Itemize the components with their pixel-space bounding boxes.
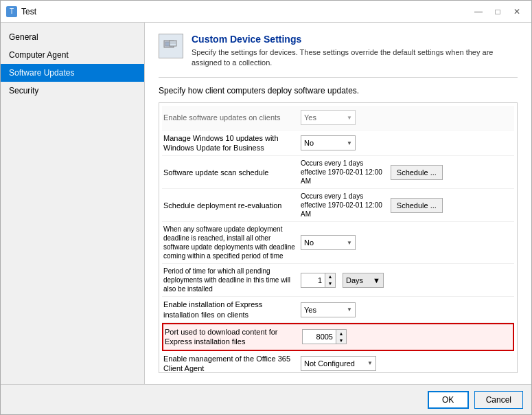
- port-spinner-input[interactable]: [302, 329, 336, 344]
- express-install-value: Yes: [304, 306, 316, 314]
- chevron-down-icon: ▼: [367, 360, 373, 366]
- ok-button[interactable]: OK: [428, 391, 469, 409]
- page-title: Custom Device Settings: [192, 34, 518, 45]
- win10-updates-select[interactable]: No ▼: [301, 135, 356, 150]
- setting-control-port: ▲ ▼: [302, 329, 511, 344]
- setting-row-enable-updates: Enable software updates on clients Yes ▼: [162, 106, 514, 131]
- setting-row-win10-updates: Manage Windows 10 updates with Windows U…: [162, 131, 514, 157]
- days-select[interactable]: Days ▼: [343, 273, 384, 288]
- deadline-install-value: No: [304, 238, 314, 247]
- scan-schedule-button[interactable]: Schedule ...: [391, 165, 443, 180]
- win10-updates-value: No: [304, 139, 314, 147]
- setting-control-enable-updates: Yes ▼: [301, 110, 513, 125]
- chevron-down-icon: ▼: [347, 115, 352, 121]
- period-spinner-up[interactable]: ▲: [325, 273, 335, 280]
- setting-label-enable-updates: Enable software updates on clients: [163, 113, 301, 122]
- setting-row-period-time: Period of time for which all pending dep…: [162, 264, 514, 297]
- port-spinner-down[interactable]: ▼: [336, 337, 346, 344]
- window-body: GeneralComputer AgentSoftware UpdatesSec…: [1, 23, 531, 384]
- page-description: Specify the settings for devices. These …: [192, 47, 518, 69]
- window-icon: T: [6, 6, 17, 17]
- setting-control-win10-updates: No ▼: [301, 135, 513, 150]
- period-spinner-down[interactable]: ▼: [325, 280, 335, 287]
- main-window: T Test — □ ✕ GeneralComputer AgentSoftwa…: [0, 0, 532, 415]
- deployment-schedule-text: Occurs every 1 dayseffective 1970-02-01 …: [301, 192, 382, 218]
- setting-control-deployment-schedule: Occurs every 1 dayseffective 1970-02-01 …: [301, 192, 513, 218]
- period-spinner-input[interactable]: [301, 273, 325, 288]
- setting-label-express-install: Enable installation of Express installat…: [163, 300, 301, 319]
- main-content: Custom Device Settings Specify the setti…: [145, 23, 531, 384]
- enable-updates-value: Yes: [304, 113, 316, 122]
- port-spinner-arrows: ▲ ▼: [336, 329, 347, 344]
- setting-control-scan-schedule: Occurs every 1 dayseffective 1970-02-01 …: [301, 159, 513, 186]
- header-text: Custom Device Settings Specify the setti…: [192, 34, 518, 69]
- setting-label-office365: Enable management of the Office 365 Clie…: [163, 354, 301, 373]
- setting-label-port: Port used to download content for Expres…: [165, 327, 302, 347]
- sidebar-item-general[interactable]: General: [1, 28, 144, 46]
- chevron-down-icon: ▼: [347, 140, 352, 146]
- setting-label-scan-schedule: Software update scan schedule: [163, 168, 301, 177]
- office365-value: Not Configured: [304, 359, 355, 368]
- setting-label-period-time: Period of time for which all pending dep…: [163, 267, 301, 293]
- deadline-install-select[interactable]: No ▼: [301, 235, 356, 250]
- section-description: Specify how client computers deploy soft…: [159, 86, 518, 96]
- settings-scroll-area[interactable]: Enable software updates on clients Yes ▼…: [159, 102, 518, 373]
- sidebar-item-security[interactable]: Security: [1, 82, 144, 100]
- title-bar-controls: — □ ✕: [470, 5, 526, 19]
- sidebar-item-computer-agent[interactable]: Computer Agent: [1, 46, 144, 64]
- setting-control-office365: Not Configured ▼: [301, 356, 513, 371]
- close-button[interactable]: ✕: [508, 5, 526, 19]
- scan-schedule-text: Occurs every 1 dayseffective 1970-02-01 …: [301, 159, 382, 186]
- enable-updates-select[interactable]: Yes ▼: [301, 110, 356, 125]
- cancel-button[interactable]: Cancel: [474, 391, 523, 409]
- office365-select[interactable]: Not Configured ▼: [301, 356, 376, 371]
- setting-label-win10-updates: Manage Windows 10 updates with Windows U…: [163, 133, 301, 153]
- sidebar-item-software-updates[interactable]: Software Updates: [1, 64, 144, 82]
- port-spinner: ▲ ▼: [302, 329, 347, 344]
- title-bar-left: T Test: [6, 6, 36, 17]
- chevron-down-icon: ▼: [373, 276, 380, 284]
- maximize-button[interactable]: □: [489, 5, 507, 19]
- setting-row-deployment-schedule: Schedule deployment re-evaluation Occurs…: [162, 189, 514, 222]
- setting-row-port: Port used to download content for Expres…: [162, 323, 514, 351]
- page-header: Custom Device Settings Specify the setti…: [159, 34, 518, 78]
- setting-label-deadline-install: When any software update deployment dead…: [163, 225, 301, 260]
- minimize-button[interactable]: —: [470, 5, 487, 19]
- setting-row-deadline-install: When any software update deployment dead…: [162, 222, 514, 264]
- chevron-down-icon: ▼: [347, 306, 352, 313]
- express-install-select[interactable]: Yes ▼: [301, 302, 356, 317]
- setting-control-deadline-install: No ▼: [301, 235, 513, 250]
- setting-label-deployment-schedule: Schedule deployment re-evaluation: [163, 201, 301, 210]
- sidebar: GeneralComputer AgentSoftware UpdatesSec…: [1, 23, 145, 384]
- window-title: Test: [21, 7, 36, 16]
- setting-control-period-time: ▲ ▼ Days ▼: [301, 273, 513, 288]
- setting-control-express-install: Yes ▼: [301, 302, 513, 317]
- setting-row-office365: Enable management of the Office 365 Clie…: [162, 351, 514, 373]
- footer: OK Cancel: [1, 384, 531, 414]
- period-spinner-arrows: ▲ ▼: [325, 273, 336, 288]
- port-spinner-up[interactable]: ▲: [336, 330, 346, 337]
- setting-row-scan-schedule: Software update scan schedule Occurs eve…: [162, 156, 514, 189]
- setting-row-express-install: Enable installation of Express installat…: [162, 297, 514, 323]
- deployment-schedule-button[interactable]: Schedule ...: [391, 198, 443, 213]
- title-bar: T Test — □ ✕: [1, 1, 531, 23]
- header-icon: [159, 34, 183, 58]
- days-select-value: Days: [346, 276, 363, 284]
- chevron-down-icon: ▼: [347, 240, 352, 246]
- period-spinner: ▲ ▼: [301, 273, 336, 288]
